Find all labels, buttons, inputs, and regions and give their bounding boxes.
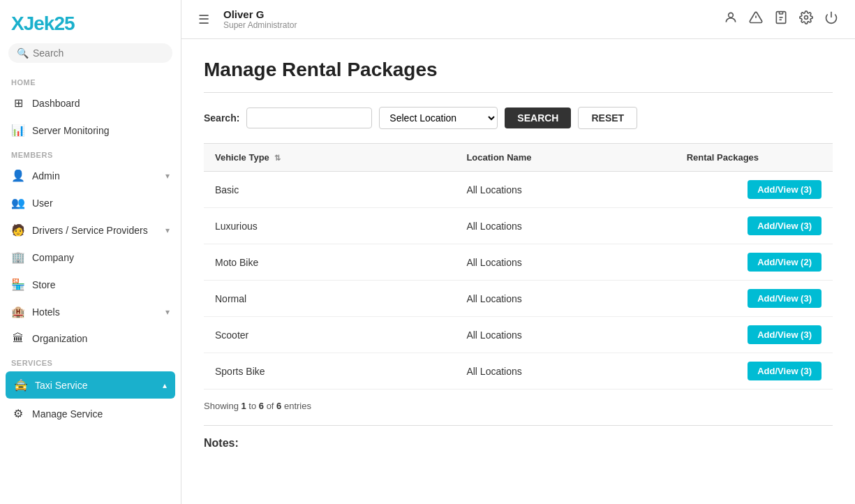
dashboard-icon: ⊞ bbox=[11, 96, 25, 110]
user-icon: 👥 bbox=[11, 196, 25, 209]
add-view-button[interactable]: Add/View (3) bbox=[748, 325, 821, 344]
svg-point-0 bbox=[729, 13, 734, 17]
sidebar-item-user[interactable]: 👥 User bbox=[0, 189, 181, 216]
showing-total: 6 bbox=[276, 401, 281, 411]
search-text-input[interactable] bbox=[246, 108, 372, 128]
gear-icon[interactable] bbox=[799, 10, 813, 28]
cell-location-name: All Locations bbox=[455, 281, 675, 317]
section-label-home: HOME bbox=[0, 71, 181, 89]
logo-text-blue: 25 bbox=[54, 13, 74, 34]
add-view-button[interactable]: Add/View (3) bbox=[748, 180, 821, 199]
user-profile-icon[interactable] bbox=[724, 10, 738, 28]
reset-button[interactable]: RESET bbox=[578, 107, 637, 129]
showing-to: 6 bbox=[259, 401, 264, 411]
add-view-button[interactable]: Add/View (3) bbox=[748, 216, 821, 235]
sidebar-item-label: Drivers / Service Providers bbox=[32, 225, 148, 236]
search-label: Search: bbox=[204, 112, 239, 124]
manage-service-icon: ⚙ bbox=[11, 407, 25, 420]
alert-icon[interactable] bbox=[749, 10, 763, 28]
location-select[interactable]: Select Location All Locations bbox=[379, 107, 498, 129]
page-title: Manage Rental Packages bbox=[204, 59, 833, 81]
notes-title: Notes: bbox=[204, 437, 833, 450]
cell-rental-packages: Add/View (3) bbox=[676, 353, 833, 390]
sidebar-item-hotels[interactable]: 🏨 Hotels ▾ bbox=[0, 298, 181, 325]
add-view-button[interactable]: Add/View (3) bbox=[748, 289, 821, 308]
clipboard-icon[interactable] bbox=[774, 10, 788, 28]
search-input[interactable] bbox=[33, 47, 164, 59]
sidebar-item-label: User bbox=[32, 198, 53, 209]
sidebar-item-label: Organization bbox=[32, 333, 87, 344]
search-icon: 🔍 bbox=[17, 47, 29, 59]
drivers-icon: 🧑 bbox=[11, 223, 25, 237]
main-area: ☰ Oliver G Super Administrator Manage R bbox=[181, 0, 855, 504]
cell-vehicle-type: Sports Bike bbox=[204, 353, 455, 390]
cell-rental-packages: Add/View (3) bbox=[676, 208, 833, 244]
cell-location-name: All Locations bbox=[455, 244, 675, 281]
section-label-services: SERVICES bbox=[0, 352, 181, 370]
sidebar-item-drivers-service-providers[interactable]: 🧑 Drivers / Service Providers ▾ bbox=[0, 216, 181, 244]
company-icon: 🏢 bbox=[11, 251, 25, 264]
add-view-button[interactable]: Add/View (2) bbox=[748, 253, 821, 272]
notes-section: Notes: bbox=[204, 425, 833, 450]
chevron-down-icon: ▾ bbox=[165, 171, 170, 181]
cell-location-name: All Locations bbox=[455, 208, 675, 244]
page-divider bbox=[204, 92, 833, 93]
sidebar-search-box[interactable]: 🔍 bbox=[8, 43, 172, 63]
column-header-location-name: Location Name bbox=[455, 144, 675, 172]
header-user-name: Oliver G bbox=[223, 8, 715, 20]
cell-location-name: All Locations bbox=[455, 172, 675, 208]
cell-rental-packages: Add/View (3) bbox=[676, 172, 833, 208]
menu-icon[interactable]: ☰ bbox=[198, 12, 209, 27]
showing-from: 1 bbox=[241, 401, 246, 411]
sidebar-item-organization[interactable]: 🏛 Organization bbox=[0, 325, 181, 352]
cell-vehicle-type: Luxurious bbox=[204, 208, 455, 244]
cell-vehicle-type: Moto Bike bbox=[204, 244, 455, 281]
sidebar-item-label: Manage Service bbox=[32, 408, 103, 420]
header: ☰ Oliver G Super Administrator bbox=[181, 0, 855, 39]
cell-location-name: All Locations bbox=[455, 317, 675, 353]
sidebar-item-label: Hotels bbox=[32, 306, 60, 318]
chevron-down-icon: ▾ bbox=[165, 225, 170, 235]
showing-text: Showing 1 to 6 of 6 entries bbox=[204, 401, 833, 411]
sidebar-item-dashboard[interactable]: ⊞ Dashboard bbox=[0, 89, 181, 117]
store-icon: 🏪 bbox=[11, 278, 25, 291]
sidebar-item-label: Taxi Service bbox=[35, 380, 87, 391]
table-row: Scooter All Locations Add/View (3) bbox=[204, 317, 833, 353]
table-row: Normal All Locations Add/View (3) bbox=[204, 281, 833, 317]
page-content: Manage Rental Packages Search: Select Lo… bbox=[181, 39, 855, 504]
taxi-icon: 🚖 bbox=[14, 378, 28, 392]
sidebar-item-company[interactable]: 🏢 Company bbox=[0, 244, 181, 271]
sidebar-item-taxi-service[interactable]: 🚖 Taxi Service ▴ bbox=[6, 371, 175, 399]
power-icon[interactable] bbox=[824, 10, 838, 28]
cell-rental-packages: Add/View (3) bbox=[676, 281, 833, 317]
admin-icon: 👤 bbox=[11, 169, 25, 182]
svg-point-6 bbox=[805, 16, 808, 20]
sidebar-item-server-monitoring[interactable]: 📊 Server Monitoring bbox=[0, 117, 181, 144]
sidebar-item-manage-service[interactable]: ⚙ Manage Service bbox=[0, 400, 181, 427]
table-row: Luxurious All Locations Add/View (3) bbox=[204, 208, 833, 244]
add-view-button[interactable]: Add/View (3) bbox=[748, 362, 821, 380]
column-header-vehicle-type: Vehicle Type ⇅ bbox=[204, 144, 455, 172]
cell-rental-packages: Add/View (3) bbox=[676, 317, 833, 353]
cell-vehicle-type: Basic bbox=[204, 172, 455, 208]
sidebar-item-label: Store bbox=[32, 279, 55, 290]
section-label-members: MEMBERS bbox=[0, 144, 181, 162]
cell-rental-packages: Add/View (2) bbox=[676, 244, 833, 281]
cell-vehicle-type: Scooter bbox=[204, 317, 455, 353]
header-user-role: Super Administrator bbox=[223, 20, 715, 30]
logo: XJek25 bbox=[0, 0, 181, 43]
search-button[interactable]: SEARCH bbox=[505, 108, 571, 128]
table-row: Sports Bike All Locations Add/View (3) bbox=[204, 353, 833, 390]
column-header-rental-packages: Rental Packages bbox=[676, 144, 833, 172]
organization-icon: 🏛 bbox=[11, 332, 25, 345]
sidebar-item-admin[interactable]: 👤 Admin ▾ bbox=[0, 162, 181, 189]
logo-text-black: XJek bbox=[11, 13, 54, 34]
table-body: Basic All Locations Add/View (3) Luxurio… bbox=[204, 172, 833, 390]
sidebar-item-store[interactable]: 🏪 Store bbox=[0, 271, 181, 298]
sort-icon[interactable]: ⇅ bbox=[274, 154, 281, 162]
search-bar: Search: Select Location All Locations SE… bbox=[204, 107, 833, 129]
sidebar-item-label: Company bbox=[32, 252, 74, 263]
sidebar-item-label: Dashboard bbox=[32, 98, 80, 109]
table-row: Moto Bike All Locations Add/View (2) bbox=[204, 244, 833, 281]
chevron-up-icon: ▴ bbox=[163, 380, 167, 390]
